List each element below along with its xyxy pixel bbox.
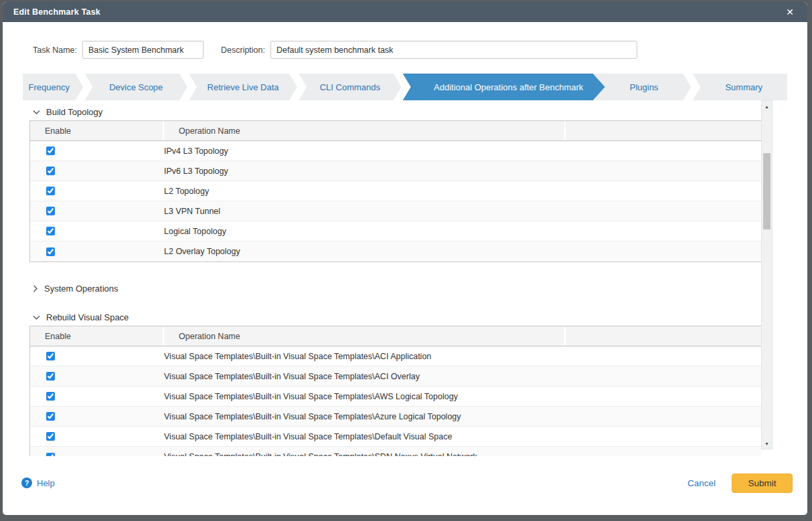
chevron-separator-icon [683,74,700,100]
section-rebuild-visual-space[interactable]: Rebuild Visual Space [33,312,129,322]
enable-checkbox[interactable] [46,453,55,457]
chevron-separator-icon [179,74,197,100]
build-topology-table: Enable Operation Name IPv4 L3 Topology I… [29,120,761,262]
tab-plugins[interactable]: Plugins [605,74,683,100]
table-row-partially-visible: Visual Space Templates\Built-in Visual S… [30,447,761,456]
dialog-title: Edit Benchmark Task [13,7,100,17]
scrollbar-down-arrow-icon[interactable]: ▼ [762,438,772,449]
operation-name: IPv6 L3 Topology [164,167,566,176]
table-header-row: Enable Operation Name [30,121,761,141]
tab-retrieve-live-data[interactable]: Retrieve Live Data [197,74,289,100]
description-label: Description: [221,45,265,55]
chevron-separator-icon [289,74,307,100]
tab-frequency[interactable]: Frequency [23,74,75,100]
operation-name: Visual Space Templates\Built-in Visual S… [164,452,566,456]
dialog-footer: ? Help Cancel Submit [3,456,807,515]
description-input[interactable] [270,41,637,59]
operation-name: Logical Topology [164,227,566,236]
content-area: Build Topology Enable Operation Name IPv… [3,100,807,456]
chevron-down-icon [33,315,40,320]
enable-checkbox[interactable] [46,392,55,401]
chevron-right-icon [33,285,38,292]
column-header-empty [566,121,761,140]
table-row: Visual Space Templates\Built-in Visual S… [30,427,761,447]
column-header-empty [566,326,761,346]
operation-name: L2 Topology [164,187,566,196]
tab-device-scope[interactable]: Device Scope [92,74,179,100]
enable-checkbox[interactable] [46,146,55,155]
task-form-row: Task Name: Description: [33,41,787,59]
operation-name: Visual Space Templates\Built-in Visual S… [164,432,566,441]
enable-checkbox[interactable] [46,352,55,360]
enable-checkbox[interactable] [46,187,55,195]
table-row: IPv4 L3 Topology [30,141,761,161]
help-icon: ? [21,478,32,488]
close-icon[interactable]: ✕ [783,5,797,19]
tab-summary[interactable]: Summary [700,74,787,100]
table-row: L2 Topology [30,181,761,201]
cancel-button[interactable]: Cancel [687,478,716,488]
tab-additional-operations-active[interactable]: Additional Operations after Benchmark [403,74,605,100]
operation-name: IPv4 L3 Topology [164,146,566,156]
section-build-topology[interactable]: Build Topology [33,107,102,117]
task-name-label: Task Name: [33,45,77,55]
table-row: Visual Space Templates\Built-in Visual S… [30,367,761,387]
table-row: IPv6 L3 Topology [30,161,761,181]
enable-checkbox[interactable] [46,207,55,215]
dialog-titlebar: Edit Benchmark Task ✕ [3,2,807,22]
help-label: Help [37,478,55,488]
enable-checkbox[interactable] [46,167,55,175]
column-header-operation-name: Operation Name [164,121,566,140]
scrollbar-up-arrow-icon[interactable]: ▲ [762,101,772,112]
chevron-separator-icon [75,74,92,100]
table-row: Logical Topology [30,221,761,241]
enable-checkbox[interactable] [46,412,55,421]
column-header-enable: Enable [30,121,164,140]
table-row: L3 VPN Tunnel [30,201,761,221]
enable-checkbox[interactable] [46,227,55,235]
operation-name: L3 VPN Tunnel [164,207,566,216]
operation-name: Visual Space Templates\Built-in Visual S… [164,412,566,421]
enable-checkbox[interactable] [46,247,55,256]
operation-name: L2 Overlay Topology [164,247,566,256]
scrollbar-thumb[interactable] [763,153,770,229]
table-row: Visual Space Templates\Built-in Visual S… [30,407,761,427]
column-header-enable: Enable [30,326,164,346]
tab-cli-commands[interactable]: CLI Commands [307,74,394,100]
task-name-input[interactable] [82,41,204,59]
table-row: Visual Space Templates\Built-in Visual S… [30,346,761,367]
table-row: L2 Overlay Topology [30,241,761,262]
enable-checkbox[interactable] [46,432,55,441]
submit-button[interactable]: Submit [732,474,793,493]
operations-scroll-area: Build Topology Enable Operation Name IPv… [3,100,761,456]
column-header-operation-name: Operation Name [164,326,566,346]
section-system-operations[interactable]: System Operations [33,284,118,294]
help-link[interactable]: ? Help [21,478,55,488]
operation-name: Visual Space Templates\Built-in Visual S… [164,372,566,381]
chevron-down-icon [33,110,40,115]
operation-name: Visual Space Templates\Built-in Visual S… [164,352,566,361]
table-row: Visual Space Templates\Built-in Visual S… [30,387,761,407]
wizard-tabbar: Frequency Device Scope Retrieve Live Dat… [23,74,787,100]
rebuild-visual-space-table: Enable Operation Name Visual Space Templ… [29,326,761,456]
edit-benchmark-task-dialog: Edit Benchmark Task ✕ Task Name: Descrip… [3,2,807,515]
operation-name: Visual Space Templates\Built-in Visual S… [164,392,566,401]
vertical-scrollbar[interactable]: ▲ ▼ [761,100,773,449]
table-header-row: Enable Operation Name [30,326,761,346]
enable-checkbox[interactable] [46,372,55,381]
